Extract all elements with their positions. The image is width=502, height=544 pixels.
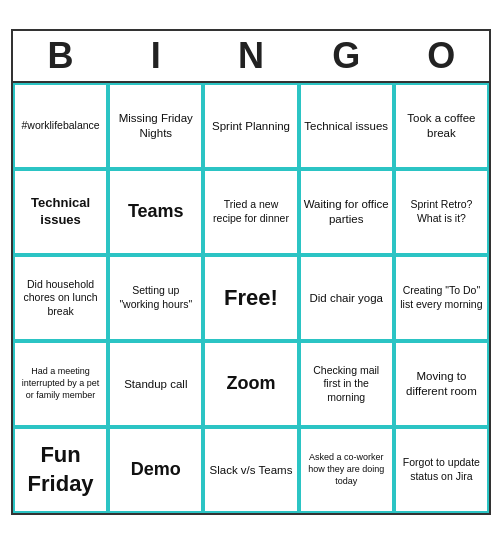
- bingo-cell-2: Sprint Planning: [203, 83, 298, 169]
- letter-g: G: [302, 35, 390, 77]
- bingo-cell-11: Setting up "working hours": [108, 255, 203, 341]
- letter-o: O: [397, 35, 485, 77]
- bingo-cell-19: Moving to different room: [394, 341, 489, 427]
- bingo-cell-12: Free!: [203, 255, 298, 341]
- letter-n: N: [207, 35, 295, 77]
- bingo-cell-16: Standup call: [108, 341, 203, 427]
- bingo-cell-20: Fun Friday: [13, 427, 108, 513]
- bingo-cell-15: Had a meeting interrupted by a pet or fa…: [13, 341, 108, 427]
- bingo-cell-3: Technical issues: [299, 83, 394, 169]
- bingo-cell-14: Creating "To Do" list every morning: [394, 255, 489, 341]
- bingo-cell-13: Did chair yoga: [299, 255, 394, 341]
- letter-i: I: [112, 35, 200, 77]
- bingo-cell-0: #worklifebalance: [13, 83, 108, 169]
- bingo-cell-4: Took a coffee break: [394, 83, 489, 169]
- bingo-cell-5: Technical issues: [13, 169, 108, 255]
- bingo-cell-10: Did household chores on lunch break: [13, 255, 108, 341]
- bingo-cell-24: Forgot to update status on Jira: [394, 427, 489, 513]
- letter-b: B: [17, 35, 105, 77]
- bingo-cell-6: Teams: [108, 169, 203, 255]
- bingo-cell-21: Demo: [108, 427, 203, 513]
- bingo-cell-22: Slack v/s Teams: [203, 427, 298, 513]
- bingo-grid: #worklifebalanceMissing Friday NightsSpr…: [13, 81, 489, 513]
- bingo-card: B I N G O #worklifebalanceMissing Friday…: [11, 29, 491, 515]
- bingo-cell-7: Tried a new recipe for dinner: [203, 169, 298, 255]
- bingo-cell-23: Asked a co-worker how they are doing tod…: [299, 427, 394, 513]
- bingo-header: B I N G O: [13, 31, 489, 81]
- bingo-cell-1: Missing Friday Nights: [108, 83, 203, 169]
- bingo-cell-17: Zoom: [203, 341, 298, 427]
- bingo-cell-8: Waiting for office parties: [299, 169, 394, 255]
- bingo-cell-9: Sprint Retro? What is it?: [394, 169, 489, 255]
- bingo-cell-18: Checking mail first in the morning: [299, 341, 394, 427]
